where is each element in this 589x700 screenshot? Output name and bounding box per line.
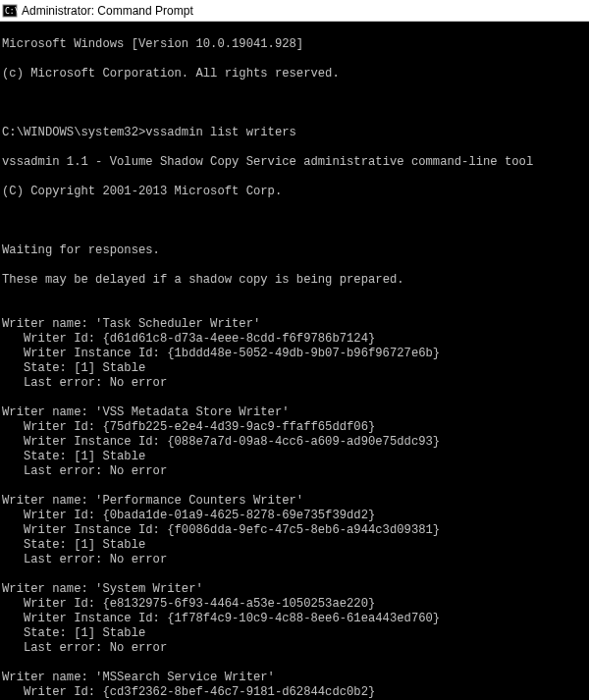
blank-line xyxy=(2,391,587,405)
writer-id-line: Writer Id: {e8132975-6f93-4464-a53e-1050… xyxy=(2,597,587,612)
writer-last-error-line: Last error: No error xyxy=(2,641,587,656)
blank-line xyxy=(2,302,587,317)
writer-state-line: State: [1] Stable xyxy=(2,538,587,553)
writer-last-error-line: Last error: No error xyxy=(2,553,587,567)
banner-line: vssadmin 1.1 - Volume Shadow Copy Servic… xyxy=(2,155,587,170)
blank-line xyxy=(2,214,587,229)
writer-state-line: State: [1] Stable xyxy=(2,626,587,641)
writer-name-line: Writer name: 'Performance Counters Write… xyxy=(2,494,587,509)
prompt-path: C:\WINDOWS\system32> xyxy=(2,126,145,139)
writer-name-line: Writer name: 'System Writer' xyxy=(2,582,587,597)
titlebar: C:\ Administrator: Command Prompt xyxy=(0,0,589,22)
writer-id-line: Writer Id: {d61d61c8-d73a-4eee-8cdd-f6f9… xyxy=(2,332,587,347)
writer-name-line: Writer name: 'VSS Metadata Store Writer' xyxy=(2,405,587,420)
prompt-line: C:\WINDOWS\system32>vssadmin list writer… xyxy=(2,126,587,140)
waiting-line: Waiting for responses. xyxy=(2,243,587,258)
writer-instance-id-line: Writer Instance Id: {f0086dda-9efc-47c5-… xyxy=(2,523,587,538)
writer-last-error-line: Last error: No error xyxy=(2,376,587,391)
window-title: Administrator: Command Prompt xyxy=(22,4,193,18)
svg-text:C:\: C:\ xyxy=(5,7,18,16)
writer-id-line: Writer Id: {cd3f2362-8bef-46c7-9181-d628… xyxy=(2,685,587,700)
writer-id-line: Writer Id: {0bada1de-01a9-4625-8278-69e7… xyxy=(2,509,587,523)
writer-name-line: Writer name: 'MSSearch Service Writer' xyxy=(2,671,587,685)
os-version-line: Microsoft Windows [Version 10.0.19041.92… xyxy=(2,37,587,52)
blank-line xyxy=(2,96,587,111)
cmd-icon: C:\ xyxy=(2,3,18,19)
writer-last-error-line: Last error: No error xyxy=(2,464,587,479)
waiting-delay-line: These may be delayed if a shadow copy is… xyxy=(2,273,587,288)
command-text: vssadmin list writers xyxy=(145,126,296,139)
blank-line xyxy=(2,656,587,671)
writer-instance-id-line: Writer Instance Id: {1f78f4c9-10c9-4c88-… xyxy=(2,612,587,626)
blank-line xyxy=(2,479,587,494)
writer-instance-id-line: Writer Instance Id: {1bddd48e-5052-49db-… xyxy=(2,347,587,361)
console-output: Microsoft Windows [Version 10.0.19041.92… xyxy=(0,22,589,700)
writer-id-line: Writer Id: {75dfb225-e2e4-4d39-9ac9-ffaf… xyxy=(2,420,587,435)
blank-line xyxy=(2,567,587,582)
writer-instance-id-line: Writer Instance Id: {088e7a7d-09a8-4cc6-… xyxy=(2,435,587,450)
banner-copyright: (C) Copyright 2001-2013 Microsoft Corp. xyxy=(2,185,587,199)
writer-name-line: Writer name: 'Task Scheduler Writer' xyxy=(2,317,587,332)
copyright-line: (c) Microsoft Corporation. All rights re… xyxy=(2,67,587,81)
writer-state-line: State: [1] Stable xyxy=(2,450,587,464)
writer-state-line: State: [1] Stable xyxy=(2,361,587,376)
